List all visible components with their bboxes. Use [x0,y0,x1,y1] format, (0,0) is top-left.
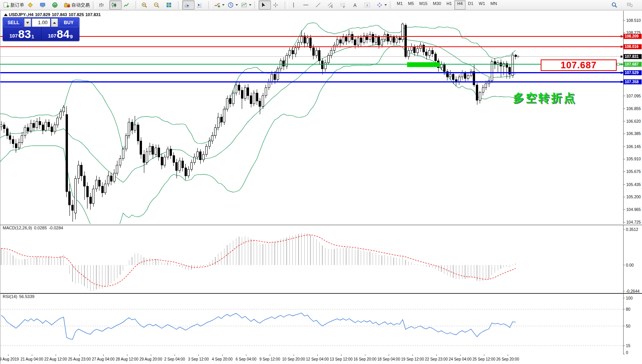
new-order-button[interactable]: 新订单 [2,0,26,10]
date-tick [8,354,8,356]
rsi-name: RSI(14) [3,294,17,299]
one-click-panel-toggle[interactable] [4,13,8,16]
auto-scroll-button[interactable] [182,0,195,10]
candle-body [307,38,309,43]
line-end-square [621,63,622,65]
editor-icon [27,2,33,8]
line-chart-button[interactable] [122,0,134,10]
sell-button[interactable]: SELL [3,18,23,27]
vertical-line-button[interactable] [289,0,301,10]
line-end-square [621,46,622,48]
volume-input[interactable]: 1.00 [32,18,50,27]
horizontal-line-button[interactable] [301,0,314,10]
candle-body [393,37,395,42]
macd-signal-value: -0.0284 [49,226,63,230]
candle-body [467,75,469,78]
market-watch-button[interactable] [38,0,50,10]
timeframe-h1-button[interactable]: H1 [444,0,454,10]
bar-chart-button[interactable] [97,0,109,10]
one-click-trading-panel: SELL 1.00 BUY 107 83 1 107 84 9 [3,17,79,41]
metaeditor-button[interactable] [26,0,38,10]
candlestick-chart-button[interactable] [109,0,122,10]
sell-price[interactable]: 107 83 1 [3,27,41,40]
candle-body [262,96,264,106]
buy-price[interactable]: 107 84 9 [41,27,80,40]
caption-close: 107.831 [86,12,101,17]
timeframe-w1-button[interactable]: W1 [476,0,488,10]
date-label: 4 Sep 20:00 [212,357,233,361]
date-axis[interactable]: 19 Aug 201921 Aug 04:0022 Aug 12:0025 Au… [0,354,642,364]
timeframe-d1-button[interactable]: D1 [465,0,476,10]
text-label-button[interactable]: T [363,0,375,10]
indicators-button[interactable] [213,0,226,10]
buy-button[interactable]: BUY [59,18,79,27]
zoom-in-button[interactable] [140,0,152,10]
candle-body [461,73,463,77]
equidistant-channel-button[interactable]: E [326,0,338,10]
pivot-annotation[interactable]: 多空转折点 [513,91,576,106]
rsi-pane-canvas[interactable]: 1008050150 [0,293,642,355]
candle-body [369,34,371,40]
date-tick [460,354,460,356]
cursor-button[interactable] [259,0,271,10]
timeframe-m5-button[interactable]: M5 [405,0,416,10]
candle-body [81,165,83,176]
crosshair-button[interactable] [271,0,283,10]
volume-up-button[interactable] [51,18,58,27]
label-icon: T [364,2,370,8]
candle-body [45,122,47,130]
candle-body [72,205,74,211]
candle-body [268,82,270,88]
candle-body [51,127,53,132]
candle-body [211,136,213,141]
templates-button[interactable] [239,0,253,10]
date-label: 22 Sep 23:00 [425,357,448,361]
toolbar-separator [93,1,96,9]
timeframe-m1-button[interactable]: M1 [394,0,405,10]
navigator-button[interactable] [50,0,63,10]
candle-body [244,87,246,98]
candle-body [345,37,347,41]
highlight-zone[interactable] [407,62,440,67]
candle-body [271,74,273,82]
timeframe-m30-button[interactable]: M30 [430,0,444,10]
candle-body [232,93,234,104]
candle-body [57,118,59,125]
tile-windows-button[interactable] [164,0,177,10]
search-button[interactable] [610,0,622,10]
caption-low: 107.825 [69,12,84,17]
toolbar-separator [285,1,288,9]
chart-shift-button[interactable] [195,0,207,10]
price-tick-label: 108.510 [626,18,641,23]
chat-button[interactable] [625,0,637,10]
trendline-button[interactable] [314,0,326,10]
text-button[interactable]: A [350,0,363,10]
price-tick-label: 105.435 [626,182,641,187]
chart-caption: USDJPY-,H4107.829107.843107.825107.831 [9,12,102,17]
candle-body [36,121,38,128]
price-callout-box[interactable]: 107.687 [541,59,617,71]
chevron-down-icon [385,4,387,6]
zoom-out-button[interactable] [152,0,164,10]
date-label: 6 Sep 04:00 [236,357,256,361]
candle-body [173,155,175,162]
fibonacci-button[interactable]: F [338,0,350,10]
price-tag-label: 108.016 [625,44,639,49]
main-chart-canvas[interactable]: 108.510108.275107.095106.855106.620106.3… [0,11,642,224]
arrows-button[interactable] [375,0,388,10]
autotrading-button[interactable]: 自动交易 [63,0,91,10]
candle-body [152,147,154,155]
timeframe-mn-button[interactable]: MN [488,0,500,10]
timeframe-h4-button[interactable]: H4 [454,0,465,10]
date-tick [436,354,437,356]
macd-pane-canvas[interactable]: 0.35120.00-0.2644 [0,225,642,293]
bollinger-upper-band [0,23,516,152]
timeframe-m15-button[interactable]: M15 [417,0,430,10]
candle-body [63,107,64,112]
periods-button[interactable] [226,0,239,10]
candle-body [96,180,97,189]
candle-body [229,98,231,104]
volume-down-button[interactable] [24,18,31,27]
candle-body [235,85,237,93]
new-order-button-label: 新订单 [10,2,24,8]
